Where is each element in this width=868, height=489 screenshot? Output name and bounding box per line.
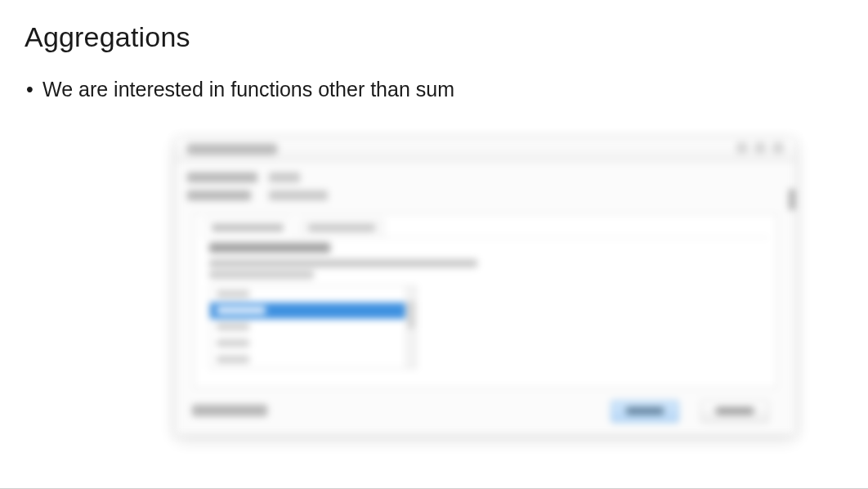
custom-name-value[interactable] — [269, 191, 328, 200]
dialog-scrollbar-thumb[interactable] — [789, 189, 795, 210]
source-name-label — [187, 173, 257, 182]
maximize-icon[interactable] — [754, 142, 766, 154]
tab-strip — [203, 219, 768, 237]
value-field-settings-screenshot — [175, 137, 796, 435]
minimize-icon[interactable] — [736, 142, 748, 154]
slide-aggregations: Aggregations We are interested in functi… — [0, 0, 868, 489]
slide-title: Aggregations — [25, 21, 843, 53]
close-icon[interactable] — [772, 142, 784, 154]
ok-button[interactable] — [611, 400, 679, 423]
list-item[interactable] — [210, 335, 416, 352]
summarize-section-desc-line1 — [209, 259, 477, 267]
summarize-section-heading — [209, 243, 330, 253]
aggregation-function-listbox[interactable] — [209, 285, 417, 369]
tab-show-values-as[interactable] — [299, 219, 384, 237]
list-item[interactable] — [210, 352, 416, 368]
cancel-button[interactable] — [700, 400, 769, 423]
list-item[interactable] — [210, 303, 416, 319]
bullet-list: We are interested in functions other tha… — [25, 76, 843, 104]
list-item[interactable] — [210, 319, 416, 335]
list-item[interactable] — [210, 286, 416, 303]
tab-summarize-values-by[interactable] — [203, 219, 293, 237]
summarize-section-desc-line2 — [209, 271, 314, 279]
number-format-button[interactable] — [192, 405, 267, 416]
bullet-item: We are interested in functions other tha… — [25, 76, 843, 104]
dialog-footer — [187, 398, 784, 424]
dialog-titlebar — [176, 138, 795, 162]
value-field-settings-dialog — [175, 137, 796, 435]
summarize-panel — [203, 237, 768, 379]
source-name-value — [269, 173, 300, 182]
listbox-scrollbar[interactable] — [405, 286, 416, 368]
custom-name-label — [187, 191, 251, 200]
dialog-tabs-area — [194, 213, 777, 388]
